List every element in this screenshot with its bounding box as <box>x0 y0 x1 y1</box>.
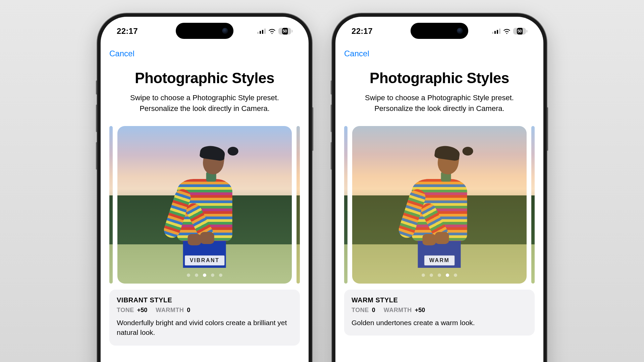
style-info-title: WARM STYLE <box>352 296 527 304</box>
page-dot[interactable] <box>219 274 222 277</box>
subtitle-line-2: Personalize the look directly in Camera. <box>140 104 270 113</box>
style-parameters: TONE +50 WARMTH 0 <box>117 307 292 314</box>
page-indicator[interactable] <box>187 274 222 277</box>
screen: 22:17 50 Cancel Photographic Styles <box>335 17 543 362</box>
page-dot-active[interactable] <box>446 274 449 277</box>
page-dot[interactable] <box>422 274 425 277</box>
power-button <box>312 107 313 151</box>
main-content: Cancel Photographic Styles Swipe to choo… <box>101 44 309 362</box>
carousel-peek-prev[interactable] <box>344 126 347 284</box>
cancel-button[interactable]: Cancel <box>344 49 369 58</box>
battery-level: 50 <box>513 29 526 34</box>
page-dot[interactable] <box>187 274 190 277</box>
warmth-value: +50 <box>415 307 425 313</box>
status-time: 22:17 <box>352 26 373 36</box>
battery-icon: 50 <box>278 28 292 35</box>
comparison-stage: 22:17 50 Cancel Photographic Styles <box>97 13 547 362</box>
style-name-badge: VIBRANT <box>185 255 225 265</box>
page-dot[interactable] <box>438 274 441 277</box>
cellular-signal-icon <box>492 28 501 34</box>
page-subtitle: Swipe to choose a Photographic Style pre… <box>109 93 300 114</box>
page-dot[interactable] <box>195 274 198 277</box>
carousel-peek-next[interactable] <box>297 126 300 284</box>
warmth-label: WARMTH <box>384 307 412 313</box>
screen: 22:17 50 Cancel Photographic Styles <box>101 17 309 362</box>
status-indicators: 50 <box>492 28 528 35</box>
page-subtitle: Swipe to choose a Photographic Style pre… <box>344 93 535 114</box>
style-info-panel: VIBRANT STYLE TONE +50 WARMTH 0 Wonderfu… <box>109 290 300 346</box>
power-button <box>547 107 548 151</box>
carousel-peek-prev[interactable] <box>109 126 113 284</box>
subtitle-line-1: Swipe to choose a Photographic Style pre… <box>365 94 514 102</box>
dynamic-island <box>176 23 233 39</box>
style-info-title: VIBRANT STYLE <box>117 296 292 304</box>
subtitle-line-1: Swipe to choose a Photographic Style pre… <box>130 94 279 102</box>
page-indicator[interactable] <box>422 274 457 277</box>
style-card[interactable]: VIBRANT <box>117 126 292 284</box>
style-parameters: TONE 0 WARMTH +50 <box>352 307 527 314</box>
battery-icon: 50 <box>513 28 527 35</box>
status-time: 22:17 <box>117 26 138 36</box>
front-camera-icon <box>222 28 228 34</box>
page-title: Photographic Styles <box>344 70 535 86</box>
style-carousel[interactable]: WARM <box>335 126 543 284</box>
side-buttons-left <box>331 80 332 180</box>
tone-label: TONE <box>117 307 134 313</box>
front-camera-icon <box>457 28 463 34</box>
wifi-icon <box>503 28 511 34</box>
style-info-panel: WARM STYLE TONE 0 WARMTH +50 Golden unde… <box>344 290 535 336</box>
style-description: Golden undertones create a warm look. <box>352 318 527 327</box>
tone-value: 0 <box>372 307 375 313</box>
style-carousel[interactable]: VIBRANT <box>101 126 309 284</box>
style-name-badge: WARM <box>424 255 455 265</box>
subtitle-line-2: Personalize the look directly in Camera. <box>374 104 504 113</box>
tone-label: TONE <box>352 307 369 313</box>
side-buttons-left <box>96 80 97 180</box>
style-description: Wonderfully bright and vivid colors crea… <box>117 318 292 338</box>
nav-bar: Cancel <box>109 44 300 64</box>
warmth-label: WARMTH <box>156 307 184 313</box>
page-dot[interactable] <box>430 274 433 277</box>
cancel-button[interactable]: Cancel <box>109 49 135 58</box>
page-dot-active[interactable] <box>203 274 206 277</box>
status-indicators: 50 <box>257 28 293 35</box>
cellular-signal-icon <box>257 28 266 34</box>
phone-mockup-left: 22:17 50 Cancel Photographic Styles <box>97 13 312 362</box>
dynamic-island <box>411 23 468 39</box>
tone-value: +50 <box>137 307 148 313</box>
nav-bar: Cancel <box>344 44 535 64</box>
page-title: Photographic Styles <box>109 70 300 86</box>
page-dot[interactable] <box>211 274 214 277</box>
main-content: Cancel Photographic Styles Swipe to choo… <box>335 44 543 362</box>
phone-mockup-right: 22:17 50 Cancel Photographic Styles <box>332 13 547 362</box>
page-dot[interactable] <box>454 274 457 277</box>
carousel-peek-next[interactable] <box>531 126 535 284</box>
warmth-value: 0 <box>187 307 190 313</box>
style-card[interactable]: WARM <box>352 126 527 284</box>
battery-level: 50 <box>278 29 291 34</box>
wifi-icon <box>268 28 276 34</box>
